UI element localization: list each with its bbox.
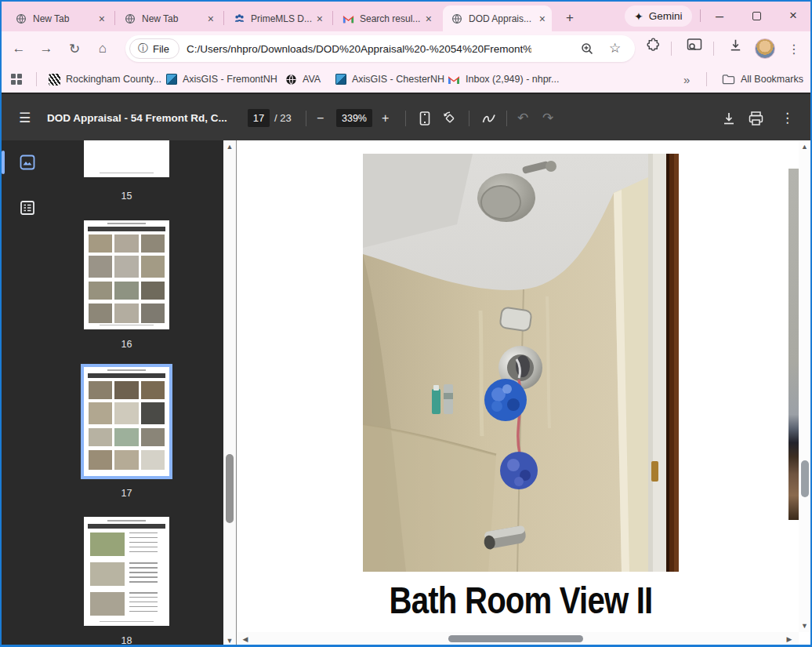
apps-grid-glyph: [11, 74, 22, 85]
undo-icon[interactable]: ↶: [517, 94, 528, 142]
thumb-text-lines: [129, 562, 158, 583]
file-chip[interactable]: ⓘ File: [129, 38, 179, 59]
zoom-level-value[interactable]: 339%: [336, 109, 372, 127]
tab-primemls[interactable]: PrimeMLS D... ×: [225, 5, 329, 31]
bookmarks-separator: [706, 72, 707, 86]
profile-avatar[interactable]: [755, 38, 775, 59]
pdf-content-area: 15 16 17: [0, 140, 812, 647]
thumbnail-page-18[interactable]: [84, 517, 169, 626]
zoom-search-icon[interactable]: [580, 42, 594, 56]
bookmark-axisgis-chester[interactable]: AxisGIS - ChesterNH: [335, 70, 444, 89]
tab-close-icon[interactable]: ×: [539, 13, 546, 24]
sidebar-scrollbar[interactable]: ▲ ▼: [223, 140, 236, 647]
extensions-icon[interactable]: [646, 38, 660, 52]
file-chip-label: File: [153, 43, 169, 55]
bookmarks-separator: [36, 72, 37, 86]
thumb-text-lines: [129, 592, 158, 612]
browser-toolbar: ← → ↻ ⌂ ⓘ File C:/Users/nhpro/Downloads/…: [0, 31, 812, 66]
scroll-right-icon[interactable]: ▶: [784, 635, 795, 643]
pdf-menu-kebab-icon[interactable]: ⋮: [781, 94, 794, 142]
bookmark-rockingham[interactable]: Rockingham County...: [49, 70, 161, 89]
thumbnails-view-icon[interactable]: [20, 154, 35, 170]
vertical-scrollbar-thumb[interactable]: [801, 460, 809, 497]
redo-icon[interactable]: ↷: [542, 94, 553, 142]
tab-search-results[interactable]: Search resul... ×: [334, 5, 438, 31]
pdf-toolbar: ☰ DOD Appraisal - 54 Fremont Rd, C... / …: [0, 93, 812, 140]
zoom-in-button[interactable]: +: [382, 94, 389, 142]
horizontal-scrollbar[interactable]: ◀ ▶: [237, 632, 799, 645]
thumbnail-page-16[interactable]: [84, 220, 169, 329]
downloads-icon[interactable]: [728, 38, 742, 52]
side-panel-search-icon[interactable]: [687, 38, 701, 52]
title-bar: New Tab × New Tab × PrimeMLS D... × Sear…: [0, 0, 812, 31]
scroll-up-icon[interactable]: ▲: [799, 143, 810, 151]
gemini-button[interactable]: ✦ Gemini: [625, 5, 692, 27]
scroll-left-icon[interactable]: ◀: [240, 635, 251, 643]
scroll-up-icon[interactable]: ▲: [223, 143, 236, 151]
minimize-button[interactable]: –: [708, 6, 731, 25]
bookmark-label: AxisGIS - FremontNH: [183, 74, 277, 85]
thumb-photo-row: [89, 234, 165, 253]
apps-grid-icon[interactable]: [11, 70, 22, 89]
scroll-down-icon[interactable]: ▼: [223, 637, 236, 645]
address-bar[interactable]: ⓘ File C:/Users/nhpro/Downloads/DOD%20Ap…: [125, 35, 635, 62]
axisgis-icon: [335, 74, 346, 85]
bookmark-label: Inbox (2,949) - nhpr...: [466, 74, 560, 85]
thumbnail-page-17-selected[interactable]: [81, 364, 172, 479]
bookmark-label: AVA: [303, 74, 321, 85]
toolbar-separator: [713, 42, 714, 56]
fit-page-icon[interactable]: [418, 94, 432, 142]
gemini-label: Gemini: [649, 10, 683, 22]
reload-icon[interactable]: ↻: [65, 39, 84, 58]
pdf-page-view: Bath Room View II ▲ ▼ ◀ ▶: [237, 140, 810, 647]
window-border-top: [0, 0, 812, 2]
all-bookmarks-button[interactable]: All Bookmarks: [722, 70, 803, 89]
maximize-button[interactable]: [745, 6, 768, 25]
new-tab-button[interactable]: +: [560, 8, 580, 28]
scroll-down-icon[interactable]: ▼: [799, 622, 810, 630]
folder-icon: [722, 74, 735, 85]
back-icon[interactable]: ←: [9, 39, 28, 58]
tab-close-icon[interactable]: ×: [208, 13, 214, 24]
tab-close-icon[interactable]: ×: [99, 13, 105, 24]
bookmark-axisgis-fremont[interactable]: AxisGIS - FremontNH: [166, 70, 277, 89]
home-icon[interactable]: ⌂: [93, 39, 112, 58]
horizontal-scrollbar-thumb[interactable]: [448, 635, 583, 642]
annotate-pen-icon[interactable]: [481, 94, 497, 142]
outline-view-icon[interactable]: [20, 200, 35, 216]
pdf-menu-hamburger-icon[interactable]: ☰: [19, 94, 31, 142]
thumbnail-page-15[interactable]: [84, 140, 169, 177]
gemini-star-icon: ✦: [634, 10, 643, 23]
zoom-out-button[interactable]: −: [317, 94, 324, 142]
tab-close-icon[interactable]: ×: [426, 13, 432, 24]
tab-label: New Tab: [33, 13, 96, 24]
page-number-input[interactable]: [248, 109, 270, 127]
thumb-comp-row: [90, 562, 158, 586]
tab-new-tab-1[interactable]: New Tab ×: [7, 5, 111, 31]
browser-menu-kebab-icon[interactable]: ⋮: [785, 39, 803, 58]
tab-dod-appraisal-active[interactable]: DOD Apprais... ×: [443, 5, 552, 31]
sidebar-scrollbar-thumb[interactable]: [226, 454, 234, 523]
pdf-toolbar-separator: [506, 111, 507, 126]
bookmarks-overflow-icon[interactable]: »: [683, 70, 690, 89]
toolbar-separator: [671, 42, 672, 56]
bookmark-star-icon[interactable]: ☆: [609, 40, 621, 56]
bookmark-label: AxisGIS - ChesterNH: [352, 74, 444, 85]
forward-icon[interactable]: →: [37, 39, 56, 58]
thumbnail-label: 15: [84, 191, 169, 202]
thumb-footer-line: [100, 173, 154, 174]
print-icon[interactable]: [748, 94, 764, 142]
titlebar-divider: [700, 9, 701, 22]
thumb-text-lines: [129, 533, 158, 553]
tab-close-icon[interactable]: ×: [317, 13, 323, 24]
close-window-button[interactable]: ×: [781, 6, 805, 25]
gmail-icon: [342, 13, 354, 25]
vertical-scrollbar[interactable]: ▲ ▼: [799, 140, 810, 632]
pdf-download-icon[interactable]: [721, 94, 737, 142]
bookmark-inbox[interactable]: Inbox (2,949) - nhpr...: [448, 70, 560, 89]
window-border-left: [0, 0, 2, 647]
tab-new-tab-2[interactable]: New Tab ×: [116, 5, 220, 31]
rotate-icon[interactable]: [442, 94, 458, 142]
tab-label: New Tab: [142, 13, 205, 24]
bookmark-ava[interactable]: AVA: [285, 70, 321, 89]
